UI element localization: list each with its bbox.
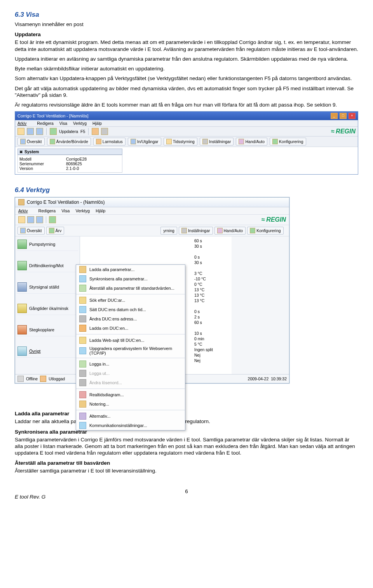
menubar[interactable]: Arkiv Redigera Visa Verktyg Hjälp — [15, 207, 289, 215]
open-icon[interactable] — [27, 216, 34, 223]
update-shortcut: F5 — [80, 129, 85, 134]
save-icon[interactable] — [36, 128, 43, 135]
menu-item-label: Ladda Web-sajt till DUC:en... — [89, 338, 145, 343]
system-group-header[interactable]: ▣ System — [17, 149, 122, 155]
tab-yrning[interactable]: yrning — [160, 227, 177, 234]
param-label — [80, 249, 193, 254]
param-value: 60 s — [193, 320, 232, 325]
menu-item[interactable]: Logga in... — [76, 359, 185, 369]
menu-item[interactable]: Kommunikationsinställningar... — [76, 421, 185, 430]
menu-hjalp[interactable]: Hjälp — [92, 121, 102, 126]
menu-item-label: Synkronisera alla parametrar... — [89, 276, 148, 281]
menu-icon — [79, 266, 86, 273]
minimize-icon[interactable]: _ — [331, 113, 338, 119]
tab-inst[interactable]: Inställningar — [200, 138, 234, 145]
menu-visa[interactable]: Visa — [59, 121, 67, 126]
menu-verktyg[interactable]: Verktyg — [75, 208, 90, 213]
menu-item[interactable]: Återställ alla parametrar till standardv… — [76, 284, 185, 293]
menubar[interactable]: Arkiv Redigera Visa Verktyg Hjälp — [15, 120, 358, 127]
menu-item[interactable]: Ladda alla parametrar... — [76, 265, 185, 274]
window-buttons[interactable]: _ □ × — [330, 113, 356, 119]
tool-icon[interactable] — [92, 128, 99, 135]
menu-item[interactable]: Ladda om DUC:en... — [76, 324, 185, 333]
separator-icon — [46, 216, 46, 223]
open-icon[interactable] — [27, 128, 34, 135]
tab-oversikt[interactable]: Översikt — [17, 138, 45, 145]
screenshot-2: Corrigo E Tool Ventilation - (Namnlös) A… — [15, 197, 289, 383]
menu-item[interactable]: Sök efter DUC:ar... — [76, 296, 185, 305]
sidebar-item[interactable]: Gångtider öka/minsk — [17, 302, 78, 315]
menu-hjalp[interactable]: Hjälp — [96, 208, 105, 213]
sidebar-item[interactable]: Pumpstyrning — [17, 238, 78, 251]
system-group-title: System — [24, 149, 39, 154]
sidebar-label: Pumpstyrning — [29, 242, 55, 247]
tab-tid[interactable]: Tidsstyrning — [164, 138, 197, 145]
sidebar[interactable]: PumpstyrningDriftindikering/MotStyrsigna… — [15, 236, 80, 374]
maximize-icon[interactable]: □ — [340, 113, 347, 119]
tab-hand[interactable]: Hand/Auto — [236, 138, 267, 145]
menu-icon — [79, 297, 86, 304]
update-button[interactable]: Uppdatera — [59, 129, 78, 134]
menu-item[interactable]: Sätt DUC:ens datum och tid... — [76, 305, 185, 314]
param-value: 2 s — [193, 314, 232, 320]
new-icon[interactable] — [17, 128, 24, 135]
para-4: Som alternativ kan Uppdatera-knappen på … — [15, 75, 358, 82]
sidebar-item[interactable]: Driftindikering/Mot — [17, 259, 78, 272]
close-icon[interactable]: × — [349, 113, 356, 119]
menu-item[interactable]: Alternativ... — [76, 411, 185, 421]
tabstrip[interactable]: Översikt Ärv yrning Inställningar Hand/A… — [15, 225, 289, 236]
tab-arvarde[interactable]: Ärvärde/Börvärde — [47, 138, 91, 145]
sidebar-item[interactable]: Stegkopplare — [17, 324, 78, 336]
tab-konfig[interactable]: Konfigurering — [247, 227, 283, 234]
menu-item-label: Realtidsdiagram... — [89, 392, 124, 397]
menu-arkiv[interactable]: Arkiv — [17, 121, 31, 126]
tool-icon[interactable] — [101, 128, 108, 135]
param-value — [193, 325, 232, 331]
sidebar-icon — [17, 240, 27, 249]
refresh-icon[interactable] — [49, 216, 56, 223]
tab-io[interactable]: In/Utgångar — [128, 138, 161, 145]
tabstrip[interactable]: Översikt Ärvärde/Börvärde Larmstatus In/… — [15, 136, 358, 147]
tab-arv[interactable]: Ärv — [46, 227, 64, 234]
status-logged: Utloggad — [49, 376, 65, 381]
menu-item-label: Sök efter DUC:ar... — [89, 298, 125, 303]
tab-oversikt[interactable]: Översikt — [17, 227, 45, 234]
menu-item[interactable]: Synkronisera alla parametrar... — [76, 274, 185, 284]
sidebar-item[interactable]: Styrsignal ställd — [17, 281, 78, 294]
param-value: 13 °C — [193, 292, 232, 298]
tab-inst[interactable]: Inställningar — [179, 227, 213, 234]
menu-item[interactable]: Uppgradera operativsystem för Webservern… — [76, 345, 185, 357]
menu-item[interactable]: Notering... — [76, 399, 185, 409]
tab-larmstatus[interactable]: Larmstatus — [93, 138, 125, 145]
screenshot-1: Corrigo E Tool Ventilation - [Namnlös] _… — [15, 111, 358, 175]
separator-icon — [46, 128, 47, 135]
menu-icon — [79, 360, 86, 368]
para-5: Det går att välja automatisk uppdatering… — [15, 85, 358, 99]
param-value: 3 °C — [193, 271, 232, 276]
new-icon[interactable] — [18, 216, 25, 223]
menu-verktyg[interactable]: Verktyg — [73, 121, 87, 126]
menu-item-label: Sätt DUC:ens datum och tid... — [89, 307, 146, 312]
status-date: 2009-04-22 — [248, 376, 269, 381]
visa-intro: Visamenyn innehåller en post — [15, 21, 358, 28]
menu-icon — [79, 379, 86, 386]
menu-item[interactable]: Ladda Web-sajt till DUC:en... — [76, 336, 185, 345]
sub-synk: Synkronisera alla parametrar — [15, 429, 358, 435]
collapse-icon[interactable]: ▣ — [19, 150, 23, 154]
tab-hand[interactable]: Hand/Auto — [214, 227, 246, 234]
menu-redigera[interactable]: Redigera — [37, 121, 54, 126]
menu-redigera[interactable]: Redigera — [38, 208, 56, 213]
sidebar-item[interactable]: Övrigt — [17, 345, 78, 358]
menu-item-label: Ändra lösenord... — [89, 380, 122, 385]
param-label — [80, 243, 193, 249]
param-value — [193, 265, 232, 271]
save-icon[interactable] — [36, 216, 43, 223]
menu-item[interactable]: Ändra DUC:ens adress... — [76, 314, 185, 324]
menu-item[interactable]: Realtidsdiagram... — [76, 390, 185, 399]
tab-konfig[interactable]: Konfigurering — [270, 138, 306, 145]
refresh-icon[interactable] — [50, 128, 57, 135]
menu-arkiv[interactable]: Arkiv — [18, 208, 32, 213]
menu-icon — [79, 370, 86, 377]
menu-visa[interactable]: Visa — [61, 208, 70, 213]
verktyg-dropdown[interactable]: Ladda alla parametrar...Synkronisera all… — [76, 264, 185, 430]
